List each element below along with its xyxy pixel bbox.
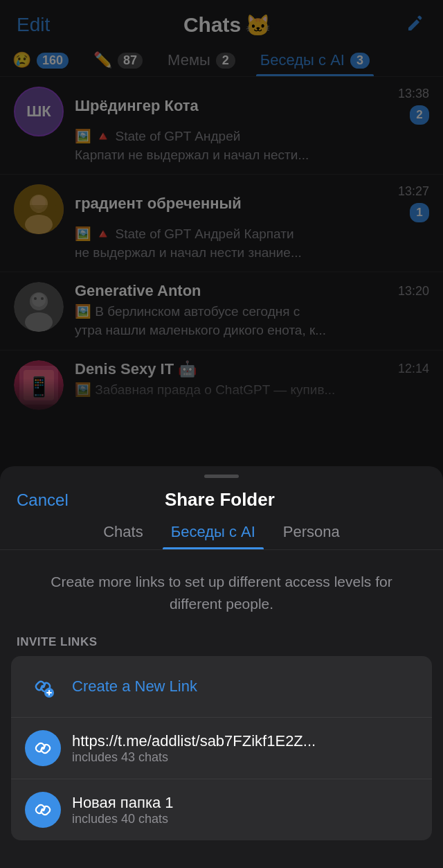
invite-links-section: Create a New Link https://t.me/addlist/s… xyxy=(11,656,432,840)
link-url-1: https://t.me/addlist/sab7FZikf1E2Z... xyxy=(72,732,418,750)
sheet-tab-persona[interactable]: Persona xyxy=(269,517,354,549)
link-icon-wrap-1 xyxy=(25,730,61,766)
link-text-1: https://t.me/addlist/sab7FZikf1E2Z... in… xyxy=(72,732,418,765)
invite-links-label: INVITE LINKS xyxy=(0,635,443,656)
create-link-title: Create a New Link xyxy=(72,677,418,696)
link-sub-1: includes 43 chats xyxy=(72,750,418,765)
sheet-tab-chats[interactable]: Chats xyxy=(89,517,156,549)
link-name-2: Новая папка 1 xyxy=(72,794,418,812)
sheet-tab-ai-label: Беседы с AI xyxy=(171,523,255,540)
sheet-description: Create more links to set up different ac… xyxy=(0,564,443,635)
sheet-header: Cancel Share Folder xyxy=(0,478,443,517)
create-link-item[interactable]: Create a New Link xyxy=(11,656,432,718)
link-plus-icon-wrap xyxy=(25,668,61,705)
link-sub-2: includes 40 chats xyxy=(72,812,418,826)
link-icon-2 xyxy=(33,800,53,820)
share-folder-sheet: Cancel Share Folder Chats Беседы с AI Pe… xyxy=(0,466,443,868)
sheet-tab-ai[interactable]: Беседы с AI xyxy=(157,517,269,549)
link-icon-wrap-2 xyxy=(25,792,61,828)
sheet-tab-persona-label: Persona xyxy=(283,523,340,540)
sheet-tabs: Chats Беседы с AI Persona xyxy=(0,517,443,550)
link-plus-icon xyxy=(30,674,55,699)
link-icon-1 xyxy=(33,738,53,758)
link-text-2: Новая папка 1 includes 40 chats xyxy=(72,794,418,826)
link-item-2[interactable]: Новая папка 1 includes 40 chats xyxy=(11,779,432,840)
link-item-1[interactable]: https://t.me/addlist/sab7FZikf1E2Z... in… xyxy=(11,718,432,779)
cancel-button[interactable]: Cancel xyxy=(17,490,69,510)
sheet-tab-chats-label: Chats xyxy=(103,523,143,540)
sheet-title: Share Folder xyxy=(165,489,275,511)
create-link-text: Create a New Link xyxy=(72,677,418,696)
